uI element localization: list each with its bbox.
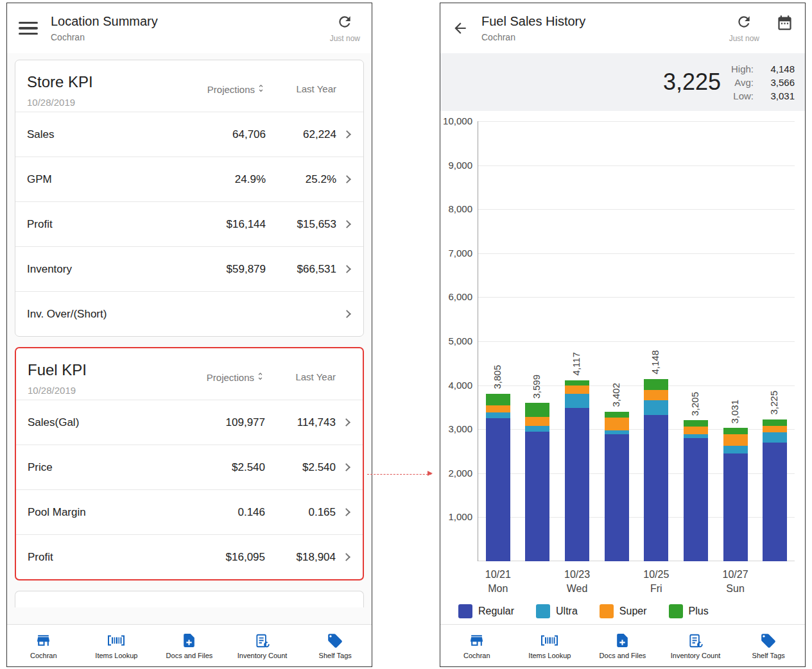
kpi-row-gpm[interactable]: GPM24.9%25.2% — [15, 157, 363, 201]
stacked-bar-10-24[interactable] — [605, 412, 629, 561]
bottom-nav: CochranItems LookupDocs and FilesInvento… — [440, 624, 805, 666]
y-axis-tick-label: 4,000 — [440, 380, 472, 391]
kpi-last-year-value: 25.2% — [266, 173, 336, 186]
bar-segment-plus — [763, 419, 787, 426]
legend-swatch — [536, 604, 550, 618]
nav-item-docs-and-files[interactable]: Docs and Files — [153, 625, 226, 666]
nav-label: Shelf Tags — [752, 652, 785, 659]
fuel-kpi-date: 10/28/2019 — [28, 385, 169, 396]
stacked-bar-10-26[interactable] — [684, 420, 708, 561]
flow-arrow-head — [428, 471, 433, 476]
chevron-right-icon — [336, 311, 352, 317]
stacked-bar-10-22[interactable] — [525, 403, 549, 561]
avg-value: 3,566 — [761, 77, 795, 88]
kpi-label: Pool Margin — [28, 506, 169, 519]
nav-item-docs-and-files[interactable]: Docs and Files — [586, 625, 659, 666]
refresh-icon — [336, 13, 353, 33]
chevron-right-icon — [336, 419, 351, 425]
projections-label: Projections — [207, 372, 254, 383]
bar-segment-ultra — [565, 394, 589, 409]
page-title: Location Summary — [51, 14, 158, 29]
nav-item-items-lookup[interactable]: Items Lookup — [514, 625, 587, 666]
kpi-row-pool-margin[interactable]: Pool Margin0.1460.165 — [16, 489, 363, 534]
bar-segment-regular — [723, 453, 748, 561]
hamburger-menu-icon[interactable] — [19, 22, 38, 35]
refresh-button[interactable]: Just now — [729, 13, 759, 43]
bar-total-label: 4,117 — [571, 352, 582, 375]
y-axis-tick-label: 10,000 — [440, 115, 472, 126]
fuel-sales-history-screen: Fuel Sales History Cochran Just now 3,22… — [440, 3, 806, 667]
legend-label: Ultra — [556, 605, 578, 617]
legend-item-super: Super — [600, 604, 647, 618]
bar-total-label: 4,148 — [650, 350, 661, 375]
last-year-column-header: Last Year — [266, 83, 336, 94]
gridline — [478, 341, 795, 342]
kpi-row-inventory[interactable]: Inventory$59,879$66,531 — [15, 246, 363, 291]
store-kpi-title: Store KPI — [27, 73, 169, 91]
stacked-bar-10-25[interactable] — [644, 378, 668, 561]
bar-segment-plus — [525, 403, 549, 417]
refresh-button[interactable]: Just now — [330, 13, 360, 43]
bar-segment-super — [684, 427, 708, 434]
current-value: 3,225 — [663, 69, 721, 96]
sort-icon — [255, 371, 265, 383]
store-kpi-card-head: Store KPI 10/28/2019 Projections Last Ye… — [15, 60, 363, 112]
back-arrow-icon[interactable] — [452, 20, 469, 37]
kpi-last-year-value: 0.165 — [265, 506, 336, 519]
bar-segment-regular — [525, 432, 549, 561]
fuel-chart: 3,8053,5994,1173,4024,1483,2053,0313,225… — [440, 111, 805, 600]
nav-item-cochran[interactable]: Cochran — [7, 625, 80, 666]
legend-label: Regular — [478, 605, 514, 617]
kpi-projection-value: 109,977 — [169, 416, 265, 429]
bar-total-label: 3,599 — [531, 375, 542, 399]
nav-item-inventory-count[interactable]: Inventory Count — [659, 625, 732, 666]
nav-item-cochran[interactable]: Cochran — [440, 625, 514, 666]
bar-segment-plus — [605, 412, 629, 418]
kpi-last-year-value: 62,224 — [266, 128, 336, 141]
kpi-row-sales-gal[interactable]: Sales(Gal)109,977114,743 — [16, 400, 363, 445]
y-axis-tick-label: 2,000 — [440, 468, 472, 478]
kpi-label: Sales — [27, 128, 169, 141]
bottom-nav: CochranItems LookupDocs and FilesInvento… — [7, 624, 372, 666]
kpi-last-year-value: $66,531 — [266, 263, 336, 276]
projections-column-header[interactable]: Projections — [169, 371, 265, 383]
bar-total-label: 3,402 — [610, 383, 621, 407]
bar-segment-plus — [723, 428, 748, 434]
kpi-row-price[interactable]: Price$2.540$2.540 — [16, 445, 363, 489]
bar-segment-super — [525, 417, 549, 426]
nav-item-shelf-tags[interactable]: Shelf Tags — [732, 625, 805, 666]
chevron-right-icon — [336, 221, 352, 227]
y-axis-tick-label: 5,000 — [440, 335, 472, 346]
kpi-row-profit[interactable]: Profit$16,144$15,653 — [15, 201, 363, 246]
legend-label: Super — [619, 605, 647, 617]
nav-item-inventory-count[interactable]: Inventory Count — [226, 625, 299, 666]
kpi-label: Inventory — [27, 263, 169, 276]
calendar-icon[interactable] — [776, 14, 793, 31]
bar-segment-super — [644, 390, 668, 400]
fuel-kpi-card-head: Fuel KPI 10/28/2019 Projections Last Yea… — [16, 348, 363, 400]
projections-column-header[interactable]: Projections — [169, 83, 266, 95]
legend-swatch — [600, 604, 614, 618]
stacked-bar-10-27[interactable] — [723, 428, 748, 561]
docs-and-files-icon — [614, 632, 630, 649]
kpi-last-year-value: $2.540 — [265, 461, 336, 474]
kpi-row-inv-over-short[interactable]: Inv. Over/(Short) — [15, 291, 363, 336]
nav-item-shelf-tags[interactable]: Shelf Tags — [298, 625, 372, 666]
kpi-projection-value: 24.9% — [169, 173, 266, 186]
nav-label: Inventory Count — [238, 652, 288, 659]
stacked-bar-10-21[interactable] — [486, 394, 510, 561]
bar-segment-plus — [684, 420, 708, 427]
y-axis-tick-label: 1,000 — [440, 511, 472, 522]
stacked-bar-10-23[interactable] — [565, 380, 589, 561]
stacked-bar-10-28[interactable] — [763, 419, 787, 561]
gridline — [478, 209, 795, 210]
kpi-label: Profit — [28, 551, 169, 564]
kpi-row-profit[interactable]: Profit$16,095$18,904 — [16, 534, 363, 579]
kpi-row-sales[interactable]: Sales64,70662,224 — [15, 112, 363, 157]
legend-item-ultra: Ultra — [536, 604, 578, 618]
nav-item-items-lookup[interactable]: Items Lookup — [80, 625, 153, 666]
high-avg-low: High: 4,148 Avg: 3,566 Low: 3,031 — [731, 64, 795, 101]
nav-label: Inventory Count — [671, 652, 721, 659]
y-axis-tick-label: 9,000 — [440, 160, 472, 171]
x-axis-tick-label: 10/23Wed — [548, 568, 606, 596]
